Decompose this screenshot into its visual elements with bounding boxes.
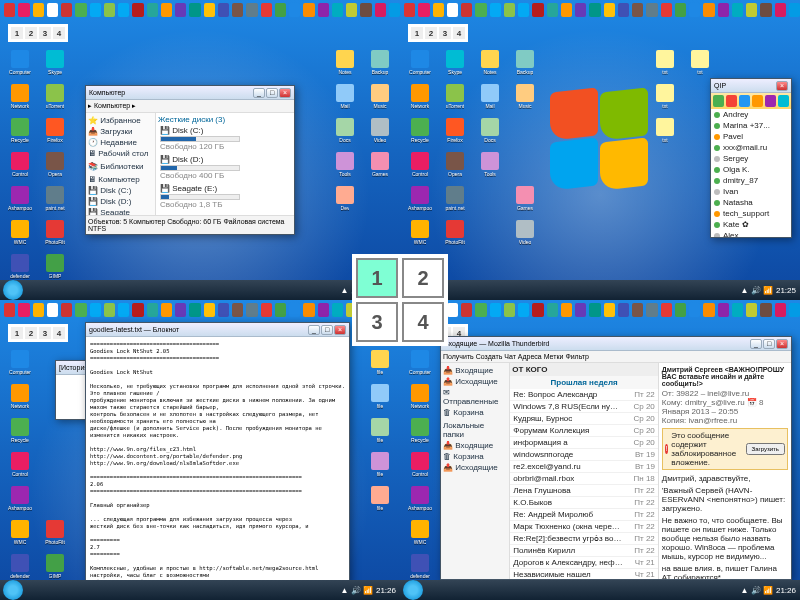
quicklaunch-icon[interactable] <box>532 3 543 17</box>
maximize-button[interactable]: □ <box>763 339 775 349</box>
mail-folder[interactable]: 📥 Входящие <box>443 440 507 451</box>
mail-folder[interactable]: 📤 Исходящие <box>443 376 507 387</box>
picker-cell[interactable]: 2 <box>402 258 444 298</box>
quicklaunch-icon[interactable] <box>161 3 172 17</box>
close-button[interactable]: × <box>776 339 788 349</box>
mail-folder[interactable]: ✉ Отправленные <box>443 387 507 407</box>
desktop-icon[interactable]: Recycle <box>5 418 35 443</box>
column-header[interactable]: ОТ КОГО <box>510 363 657 376</box>
desktop-icon[interactable]: Firefox <box>440 118 470 143</box>
desktop-icon[interactable]: Games <box>510 186 540 211</box>
mail-folder[interactable]: 🗑 Корзина <box>443 451 507 462</box>
quicklaunch-icon[interactable] <box>175 3 186 17</box>
mail-row[interactable]: Независимые нашелЧт 21 <box>510 569 657 579</box>
contact-item[interactable]: tech_support <box>711 208 791 219</box>
start-button[interactable] <box>3 580 23 600</box>
quicklaunch-icon[interactable] <box>646 303 657 317</box>
desktop-icon[interactable]: Notes <box>475 50 505 75</box>
quicklaunch-icon[interactable] <box>646 3 657 17</box>
contact-item[interactable]: Andrey <box>711 109 791 120</box>
quicklaunch-icon[interactable] <box>246 303 257 317</box>
maximize-button[interactable]: □ <box>321 325 333 335</box>
quicklaunch-icon[interactable] <box>618 3 629 17</box>
desktop-icon[interactable]: file <box>365 418 395 443</box>
quicklaunch-icon[interactable] <box>232 303 243 317</box>
im-toolbar-icon[interactable] <box>726 95 737 107</box>
desktop-icon[interactable]: Network <box>405 84 435 109</box>
desktop-icon[interactable]: Opera <box>40 152 70 177</box>
quicklaunch-icon[interactable] <box>789 303 800 317</box>
quicklaunch-icon[interactable] <box>132 3 143 17</box>
notepad-window[interactable]: goodies-latest.txt — Блокнот _□× =======… <box>85 322 350 584</box>
quicklaunch-icon[interactable] <box>318 3 329 17</box>
quicklaunch-icon[interactable] <box>147 3 158 17</box>
desktop-icon[interactable]: WMC <box>5 220 35 245</box>
mail-row[interactable]: Re: Вопрос АлександрПт 22 <box>510 389 657 401</box>
quicklaunch-icon[interactable] <box>504 3 515 17</box>
desktop-icon[interactable]: Firefox <box>40 118 70 143</box>
desktop-icon[interactable]: Ashampoo <box>5 186 35 211</box>
desktop-icon[interactable]: PhotoFilt <box>40 220 70 245</box>
quicklaunch-icon[interactable] <box>589 303 600 317</box>
quicklaunch-icon[interactable] <box>246 3 257 17</box>
desktop-icon[interactable]: Control <box>5 452 35 477</box>
contact-item[interactable]: Ivan <box>711 186 791 197</box>
desktop-icon[interactable]: txt <box>650 50 680 75</box>
quicklaunch-icon[interactable] <box>703 3 714 17</box>
quicklaunch-icon[interactable] <box>461 3 472 17</box>
desktop-icon[interactable]: file <box>365 486 395 511</box>
taskbar[interactable]: ▲ 🔊 📶21:25 <box>400 280 800 300</box>
minimize-button[interactable]: _ <box>308 325 320 335</box>
taskbar[interactable]: ▲ 🔊 📶21:26 <box>400 580 800 600</box>
mail-row[interactable]: Марк Тюхненко (окна через разделитель тр… <box>510 521 657 533</box>
desktop-icon[interactable]: Dev <box>330 186 360 211</box>
quicklaunch-icon[interactable] <box>4 3 15 17</box>
quicklaunch-icon[interactable] <box>118 3 129 17</box>
sidebar-item[interactable]: 📥 Загрузки <box>88 126 153 137</box>
tray-icons[interactable]: ▲ 🔊 📶 <box>341 586 373 595</box>
titlebar[interactable]: goodies-latest.txt — Блокнот _□× <box>86 323 349 337</box>
tray-icons[interactable]: ▲ 🔊 📶 <box>741 586 773 595</box>
sidebar-item[interactable]: 📚 Библиотеки <box>88 161 153 172</box>
desktop-icon[interactable]: txt <box>685 50 715 75</box>
titlebar[interactable]: Компьютер _□× <box>86 86 294 100</box>
desktop-icon[interactable]: Recycle <box>405 118 435 143</box>
quicklaunch-icon[interactable] <box>475 303 486 317</box>
quicklaunch-icon[interactable] <box>604 3 615 17</box>
desktop-icon[interactable]: defender <box>5 554 35 579</box>
mail-folder[interactable]: Локальные папки <box>443 420 507 440</box>
desktop-icon[interactable]: Computer <box>5 50 35 75</box>
desktop-icon[interactable]: Control <box>5 152 35 177</box>
im-window[interactable]: QIP × AndreyMarina +37...Pavelxxx@mail.r… <box>710 78 792 238</box>
quicklaunch-icon[interactable] <box>275 3 286 17</box>
mail-row[interactable]: Windows 7,8 RUS(Если нужна помогу/скачат… <box>510 401 657 413</box>
desktop-icon[interactable]: Mail <box>475 84 505 109</box>
im-toolbar-icon[interactable] <box>765 95 776 107</box>
quicklaunch-icon[interactable] <box>746 3 757 17</box>
mail-row[interactable]: windowsппогодеВт 19 <box>510 449 657 461</box>
quicklaunch-icon[interactable] <box>303 3 314 17</box>
quicklaunch-icon[interactable] <box>504 303 515 317</box>
quicklaunch-icon[interactable] <box>675 303 686 317</box>
maximize-button[interactable]: □ <box>266 88 278 98</box>
quicklaunch-icon[interactable] <box>389 3 400 17</box>
desktop-icon[interactable]: Recycle <box>5 118 35 143</box>
quicklaunch-icon[interactable] <box>561 303 572 317</box>
explorer-window[interactable]: Компьютер _□× ▸ Компьютер ▸ ⭐ Избранное📥… <box>85 85 295 235</box>
explorer-content[interactable]: Жесткие диски (3) 💾 Disk (C:)Свободно 12… <box>156 113 294 215</box>
quicklaunch-icon[interactable] <box>275 303 286 317</box>
breadcrumb[interactable]: ▸ Компьютер ▸ <box>86 100 294 113</box>
mail-list[interactable]: ОТ КОГО Прошлая неделя Re: Вопрос Алекса… <box>510 363 658 579</box>
mail-row[interactable]: информация аСр 20 <box>510 437 657 449</box>
quicklaunch-icon[interactable] <box>718 303 729 317</box>
quicklaunch-icon[interactable] <box>547 3 558 17</box>
desktop-icon[interactable]: Notes <box>330 50 360 75</box>
desktop-icon[interactable]: Network <box>5 384 35 409</box>
quicklaunch-icon[interactable] <box>90 303 101 317</box>
mail-row[interactable]: Форумам КоллекцияСр 20 <box>510 425 657 437</box>
desktop-icon[interactable]: Control <box>405 152 435 177</box>
clock[interactable]: 21:26 <box>376 586 396 595</box>
workspace-picker-overlay[interactable]: 1234 <box>352 254 448 346</box>
quicklaunch-icon[interactable] <box>433 3 444 17</box>
desktop-icon[interactable]: Music <box>365 84 395 109</box>
